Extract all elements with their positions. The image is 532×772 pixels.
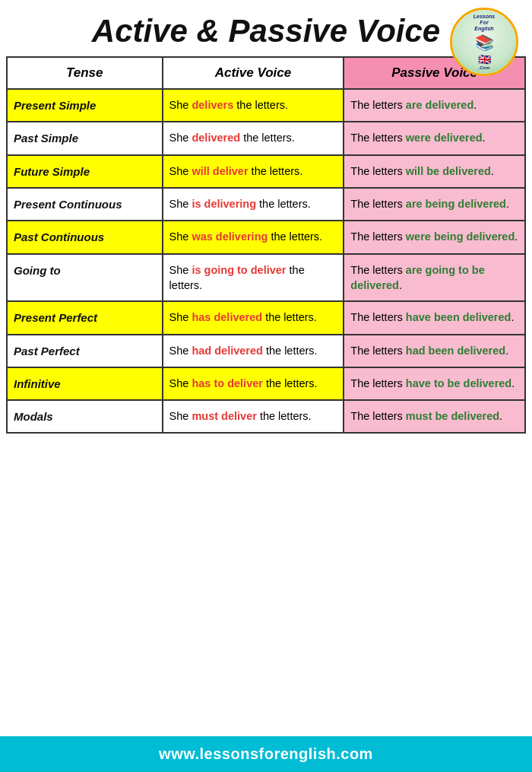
passive-verb: had been delivered [406,345,505,357]
passive-verb: are being delivered [406,198,506,210]
passive-cell: The letters were being delivered. [344,221,525,253]
passive-verb: were being delivered [406,230,515,243]
tense-label: Past Simple [14,132,78,145]
passive-cell: The letters had been delivered. [344,335,525,367]
tense-cell: Past Perfect [7,335,163,367]
tense-label: Modals [14,410,53,423]
active-verb: must deliver [192,410,256,422]
passive-cell: The letters are being delivered. [344,188,525,221]
passive-cell: The letters will be delivered. [344,155,525,188]
passive-verb: have been delivered [406,311,511,323]
active-cell: She was delivering the letters. [163,221,344,253]
logo-flag-icon: 🇬🇧 [478,53,491,65]
table-row: ModalsShe must deliver the letters.The l… [7,400,525,433]
main-table: Tense Active Voice Passive Voice Present… [6,56,526,434]
logo: LessonsForEnglish 📚 🇬🇧 .Com [450,8,518,76]
active-cell: She will deliver the letters. [163,155,344,188]
active-cell: She has delivered the letters. [163,301,344,334]
table-row: Future SimpleShe will deliver the letter… [7,155,525,188]
tense-label: Present Continuous [14,198,122,211]
tense-cell: Past Simple [7,122,163,154]
page-title: Active & Passive Voice [8,14,524,49]
passive-cell: The letters were delivered. [344,122,525,154]
table-row: Past ContinuousShe was delivering the le… [7,221,525,253]
active-cell: She delivers the letters. [163,89,344,122]
table-header-row: Tense Active Voice Passive Voice [7,57,525,89]
passive-cell: The letters have been delivered. [344,301,525,334]
header: Active & Passive Voice LessonsForEnglish… [0,0,532,56]
table-row: Going toShe is going to deliver the lett… [7,254,525,302]
tense-cell: Present Simple [7,89,163,122]
tense-cell: Modals [7,400,163,433]
table-row: Past SimpleShe delivered the letters.The… [7,122,525,154]
active-cell: She is delivering the letters. [163,188,344,221]
passive-verb: were delivered [406,132,483,144]
tense-cell: Past Continuous [7,221,163,253]
tense-label: Going to [14,264,61,277]
tense-label: Infinitive [14,377,61,390]
tense-cell: Going to [7,254,163,302]
tense-label: Present Simple [14,99,96,112]
table-row: Present ContinuousShe is delivering the … [7,188,525,221]
table-row: Present PerfectShe has delivered the let… [7,301,525,334]
active-verb: delivered [192,132,240,144]
passive-verb: are going to be delivered [350,264,484,291]
table-row: Past PerfectShe had delivered the letter… [7,335,525,367]
passive-cell: The letters must be delivered. [344,400,525,433]
active-cell: She must deliver the letters. [163,400,344,433]
logo-text-bottom: .Com [479,65,490,70]
table-row: InfinitiveShe has to deliver the letters… [7,367,525,400]
col-header-tense: Tense [7,57,163,89]
active-verb: will deliver [192,165,248,177]
tense-label: Present Perfect [14,311,97,324]
passive-verb: will be delivered [406,165,491,177]
passive-cell: The letters have to be delivered. [344,367,525,400]
active-verb: was delivering [192,230,268,243]
active-verb: is delivering [192,198,256,210]
tense-cell: Present Continuous [7,188,163,221]
active-verb: is going to deliver [192,264,286,276]
passive-cell: The letters are going to be delivered. [344,254,525,302]
col-header-active: Active Voice [163,57,344,89]
passive-verb: must be delivered [406,410,499,422]
passive-verb: are delivered [406,99,473,111]
footer-url: www.lessonsforenglish.com [159,745,373,762]
active-verb: delivers [192,99,233,111]
logo-text-top: LessonsForEnglish [473,14,495,31]
tense-cell: Infinitive [7,367,163,400]
tense-label: Past Perfect [14,345,80,357]
active-cell: She had delivered the letters. [163,335,344,367]
tense-label: Past Continuous [14,230,104,243]
active-verb: has delivered [192,311,262,323]
tense-label: Future Simple [14,165,90,178]
logo-book-icon: 📚 [475,33,494,52]
active-cell: She delivered the letters. [163,122,344,154]
active-verb: has to deliver [192,377,262,389]
table-wrapper: Tense Active Voice Passive Voice Present… [0,56,532,732]
table-row: Present SimpleShe delivers the letters.T… [7,89,525,122]
passive-cell: The letters are delivered. [344,89,525,122]
tense-cell: Present Perfect [7,301,163,334]
active-cell: She is going to deliver the letters. [163,254,344,302]
footer: www.lessonsforenglish.com [0,736,532,772]
passive-verb: have to be delivered [406,377,511,389]
active-verb: had delivered [192,345,262,357]
tense-cell: Future Simple [7,155,163,188]
active-cell: She has to deliver the letters. [163,367,344,400]
